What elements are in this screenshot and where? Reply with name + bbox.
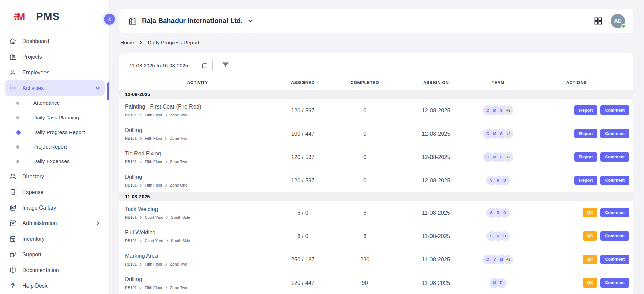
activity-path: RB101Court YardSouth Side: [125, 215, 276, 219]
completed-value: 0: [330, 154, 400, 160]
assign-on-value: 12-08-2025: [400, 107, 473, 114]
sidebar-subitem-daily-expenses[interactable]: Daily Expenses: [5, 154, 105, 169]
qc-button[interactable]: QC: [583, 278, 598, 288]
comment-button[interactable]: Comment: [600, 278, 629, 288]
sidebar-item-image-gallary[interactable]: Image Gallary: [5, 200, 105, 215]
assign-on-value: 12-08-2025: [400, 154, 473, 160]
filter-button[interactable]: [222, 62, 229, 69]
sidebar-item-help-desk[interactable]: ?Help Desk: [5, 278, 105, 293]
sidebar-collapse-button[interactable]: [104, 14, 115, 25]
svg-text:M: M: [17, 11, 25, 22]
team-member-avatar[interactable]: D: [500, 231, 510, 241]
sidebar-subitem-attendance[interactable]: Attendance: [5, 96, 105, 110]
sidebar-item-label: Employees: [22, 70, 49, 76]
comment-button[interactable]: Comment: [600, 129, 629, 138]
breadcrumb-current: Daily Progress Report: [148, 40, 199, 46]
column-header-assign-on: ASSIGN ON: [400, 80, 473, 85]
chevron-down-icon: [95, 85, 100, 91]
report-button[interactable]: Report: [574, 129, 597, 138]
path-segment: RB101: [125, 239, 137, 243]
sidebar-subitem-daily-progress-report[interactable]: Daily Progress Report: [5, 125, 105, 139]
breadcrumb-home[interactable]: Home: [120, 40, 134, 46]
chevron-right-icon: [166, 216, 169, 219]
date-group-header: 11-08-2025: [119, 192, 633, 201]
comment-button[interactable]: Comment: [600, 255, 629, 264]
table-row: Tie Rod FixingRB101Fifth FloorZone Two12…: [119, 145, 633, 169]
comment-button[interactable]: Comment: [600, 176, 629, 185]
sidebar-item-administration[interactable]: Administration: [5, 216, 105, 231]
date-range-input[interactable]: 11-08-2025 to 16-08-2025: [125, 59, 213, 72]
team-member-avatar[interactable]: D: [500, 208, 510, 218]
activity-path: RB101Fifth FloorZone One: [125, 183, 276, 187]
report-button[interactable]: Report: [574, 105, 597, 115]
report-button[interactable]: Report: [574, 152, 597, 162]
comment-button[interactable]: Comment: [600, 208, 629, 217]
table-row: Marking AreaRB101Fifth FloorZone Two250 …: [119, 248, 633, 271]
qc-button[interactable]: QC: [583, 231, 598, 241]
qc-button[interactable]: QC: [583, 208, 598, 217]
sidebar-item-activities[interactable]: Activities: [5, 80, 105, 96]
chevron-right-icon: [139, 137, 142, 140]
sidebar-item-label: Dashboard: [22, 38, 49, 44]
home-icon: [9, 37, 17, 45]
path-segment: RB101: [125, 136, 137, 140]
team-cell: DMS+2: [473, 152, 523, 162]
assigned-value: 120 / 597: [276, 107, 330, 114]
chevron-right-icon: [139, 286, 142, 289]
table-body: 12-08-2025Painting - First Coat (Fire Re…: [119, 90, 633, 294]
comment-button[interactable]: Comment: [600, 152, 629, 162]
team-overflow-badge[interactable]: +2: [503, 255, 513, 264]
assigned-value: 120 / 447: [276, 280, 330, 286]
apps-grid-button[interactable]: [594, 17, 603, 25]
assigned-value: 6 / 0: [276, 210, 330, 216]
sidebar-item-label: Help Desk: [22, 283, 48, 289]
user-avatar[interactable]: AD: [611, 14, 625, 28]
team-overflow-badge[interactable]: +2: [503, 152, 513, 162]
assign-on-value: 12-08-2025: [400, 131, 473, 137]
users-icon: [9, 173, 17, 180]
sidebar-item-expense[interactable]: Expense: [5, 184, 105, 200]
path-segment: Fifth Floor: [145, 113, 162, 117]
table-row: Full WeldingRB101Court YardSouth Side6 /…: [119, 224, 633, 248]
sidebar-subitem-project-report[interactable]: Project Report: [5, 140, 105, 154]
bullet-icon: [16, 130, 21, 135]
user-icon: [9, 68, 17, 76]
sidebar-subitem-daily-task-planning[interactable]: Daily Task Planning: [5, 111, 105, 125]
activity-title: Tie Rod Fixing: [125, 150, 276, 157]
sidebar-item-support[interactable]: Support: [5, 247, 105, 262]
sidebar-item-label: Administration: [22, 220, 57, 227]
grid-icon: [594, 17, 603, 25]
team-cell: MR: [473, 278, 523, 288]
sidebar-item-employees[interactable]: Employees: [5, 65, 105, 80]
activity-path: RB101Fifth FloorZone Two: [125, 113, 276, 117]
path-segment: Court Yard: [145, 239, 163, 243]
sidebar-subitem-label: Daily Task Planning: [33, 115, 79, 121]
company-selector[interactable]: Raja Bahadur International Ltd.: [128, 16, 253, 25]
path-segment: Fifth Floor: [145, 262, 162, 266]
assigned-value: 120 / 597: [276, 177, 330, 184]
team-overflow-badge[interactable]: +2: [503, 129, 513, 139]
table-row: DrillingRB101Fifth FloorZone Two120 / 44…: [119, 271, 633, 294]
report-button[interactable]: Report: [574, 176, 597, 185]
actions-cell: QCComment: [523, 231, 629, 241]
sidebar-item-projects[interactable]: Projects: [5, 49, 105, 64]
comment-button[interactable]: Comment: [600, 105, 629, 115]
sidebar-item-label: Expense: [22, 189, 43, 195]
actions-cell: ReportComment: [523, 176, 629, 185]
completed-value: 6: [330, 233, 400, 239]
qc-button[interactable]: QC: [583, 255, 598, 264]
team-overflow-badge[interactable]: +2: [503, 105, 513, 115]
bullet-icon: [16, 102, 19, 105]
team-member-avatar[interactable]: D: [500, 176, 510, 185]
chevron-right-icon: [165, 184, 168, 187]
path-segment: South Side: [171, 215, 190, 219]
sidebar-item-documentation[interactable]: Documentation: [5, 262, 105, 278]
comment-button[interactable]: Comment: [600, 231, 629, 241]
breadcrumb: Home Daily Progress Report: [120, 40, 633, 46]
team-member-avatar[interactable]: R: [497, 278, 507, 288]
sidebar-item-dashboard[interactable]: Dashboard: [5, 34, 105, 49]
sidebar-item-inventory[interactable]: Inventory: [5, 231, 105, 247]
book-icon: [9, 266, 17, 274]
sidebar-item-directory[interactable]: Directory: [5, 169, 105, 184]
path-segment: RB101: [125, 262, 137, 266]
